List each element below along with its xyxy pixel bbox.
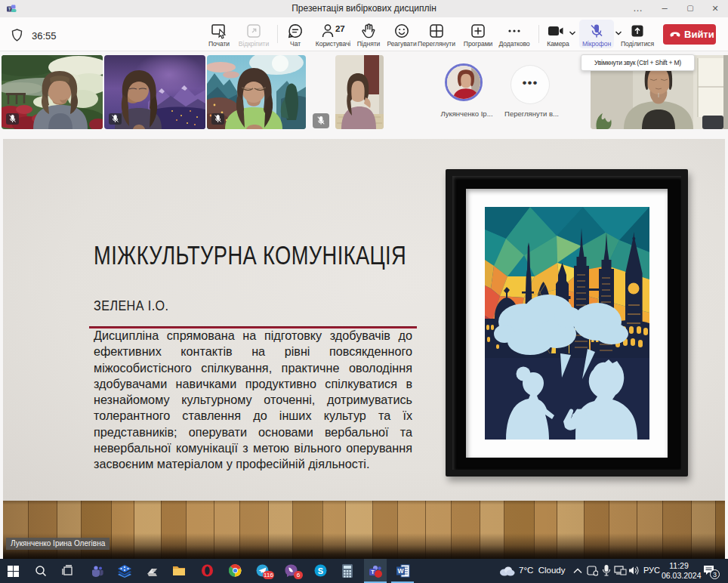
svg-text:T: T [371, 569, 375, 575]
svg-text:S: S [318, 566, 323, 575]
svg-text:T: T [8, 7, 11, 11]
svg-text:27: 27 [335, 24, 345, 33]
svg-text:W: W [397, 567, 404, 575]
